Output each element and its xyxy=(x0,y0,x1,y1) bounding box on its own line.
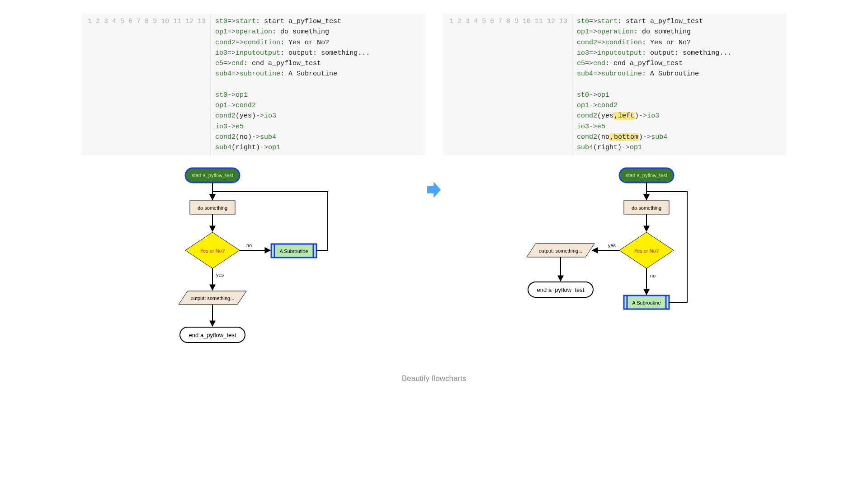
comparison-columns: 1 2 3 4 5 6 7 8 9 10 11 12 13 st0=>start… xyxy=(81,14,787,363)
left-flowchart: start a_pyflow_test do something Yes or … xyxy=(81,164,425,363)
operation-label: do something xyxy=(198,205,227,211)
end-label: end a_pyflow_test xyxy=(189,332,236,338)
code-body: st0=>start: start a_pyflow_test op1=>ope… xyxy=(211,14,376,155)
right-code-block: 1 2 3 4 5 6 7 8 9 10 11 12 13 st0=>start… xyxy=(443,14,787,155)
flowchart-svg: start a_pyflow_test do something Yes or … xyxy=(522,164,708,345)
io-label: output: something... xyxy=(191,296,235,301)
right-column: 1 2 3 4 5 6 7 8 9 10 11 12 13 st0=>start… xyxy=(443,14,787,345)
yes-label: yes xyxy=(608,243,616,248)
start-label: start a_pyflow_test xyxy=(626,173,667,178)
yes-label: yes xyxy=(216,272,224,277)
start-label: start a_pyflow_test xyxy=(192,173,233,178)
code-gutter: 1 2 3 4 5 6 7 8 9 10 11 12 13 xyxy=(81,14,211,155)
left-code-block: 1 2 3 4 5 6 7 8 9 10 11 12 13 st0=>start… xyxy=(81,14,425,155)
right-flowchart: start a_pyflow_test do something Yes or … xyxy=(443,164,787,345)
end-label: end a_pyflow_test xyxy=(537,286,585,293)
no-label: no xyxy=(246,243,252,248)
figure-caption: Beautify flowcharts xyxy=(81,374,787,383)
no-label: no xyxy=(650,273,656,278)
svg-marker-4 xyxy=(427,182,441,198)
io-label: output: something... xyxy=(539,248,583,253)
transition-arrow-icon xyxy=(426,181,442,201)
code-body: st0=>start: start a_pyflow_test op1=>ope… xyxy=(572,14,738,155)
condition-label: Yes or No? xyxy=(634,248,659,253)
flowchart-svg: start a_pyflow_test do something Yes or … xyxy=(172,164,335,363)
subroutine-label: A Subroutine xyxy=(632,300,661,305)
code-gutter: 1 2 3 4 5 6 7 8 9 10 11 12 13 xyxy=(443,14,572,155)
left-column: 1 2 3 4 5 6 7 8 9 10 11 12 13 st0=>start… xyxy=(81,14,425,363)
operation-label: do something xyxy=(632,205,661,211)
condition-label: Yes or No? xyxy=(200,248,225,253)
subroutine-label: A Subroutine xyxy=(280,249,308,254)
